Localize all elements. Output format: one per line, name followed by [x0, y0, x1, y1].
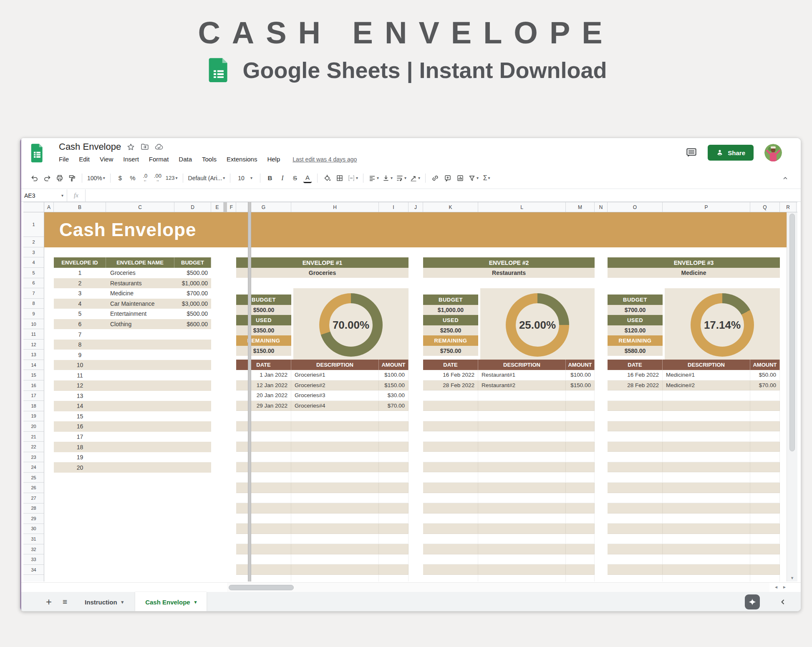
cell-date[interactable] [423, 483, 478, 493]
cell-date[interactable] [608, 431, 663, 441]
cell-amount[interactable] [379, 554, 409, 564]
cell-amount[interactable] [379, 493, 409, 503]
cell-budget[interactable]: $500.00 [174, 268, 211, 278]
cell-date[interactable] [608, 524, 663, 534]
cell-budget[interactable] [174, 340, 211, 350]
cell-name[interactable] [106, 452, 174, 463]
cell-amount[interactable] [379, 534, 409, 544]
cell-description[interactable] [291, 421, 379, 431]
cell-amount[interactable] [566, 401, 595, 411]
cell-id[interactable]: 2 [54, 278, 106, 289]
cell-date[interactable] [236, 462, 291, 472]
cell-amount[interactable] [379, 421, 409, 431]
row-header-5[interactable]: 5 [23, 268, 44, 278]
text-color-icon[interactable]: A [303, 173, 312, 183]
scroll-left-arrow-icon[interactable]: ◂ [775, 584, 777, 590]
cell-date[interactable] [423, 503, 478, 513]
cell-description[interactable] [478, 575, 566, 582]
column-header-P[interactable]: P [663, 202, 750, 212]
cell-description[interactable] [478, 524, 566, 534]
menu-file[interactable]: File [59, 156, 69, 163]
cell-amount[interactable] [750, 534, 780, 544]
envelope-panel-name[interactable]: Medicine [608, 268, 780, 278]
row-header-12[interactable]: 12 [23, 340, 44, 350]
cell-budget[interactable] [174, 401, 211, 411]
cell-date[interactable]: 29 Jan 2022 [236, 401, 291, 411]
cell-amount[interactable]: $150.00 [566, 380, 595, 390]
cell-amount[interactable]: $30.00 [379, 390, 409, 400]
cell-date[interactable]: 12 Jan 2022 [236, 380, 291, 390]
cell-budget[interactable]: $3,000.00 [174, 299, 211, 309]
cell-amount[interactable] [750, 421, 780, 431]
row-header-23[interactable]: 23 [23, 452, 44, 463]
cell-name[interactable] [106, 370, 174, 380]
cell-description[interactable] [291, 411, 379, 421]
cell-name[interactable] [106, 411, 174, 422]
fill-color-icon[interactable] [321, 172, 333, 184]
last-edit-status[interactable]: Last edit was 4 days ago [293, 156, 357, 163]
cell-date[interactable] [423, 554, 478, 564]
cell-amount[interactable] [750, 554, 780, 564]
cell-date[interactable] [236, 524, 291, 534]
cell-amount[interactable] [566, 524, 595, 534]
cell-amount[interactable] [750, 411, 780, 421]
menu-insert[interactable]: Insert [123, 156, 139, 163]
row-header-33[interactable]: 33 [23, 554, 44, 565]
remaining-value[interactable]: $580.00 [608, 346, 663, 356]
column-header-E[interactable]: E [211, 202, 224, 212]
decrease-decimal-icon[interactable]: .0← [139, 172, 151, 184]
cell-amount[interactable]: $100.00 [566, 370, 595, 380]
cell-amount[interactable] [379, 524, 409, 534]
cell-description[interactable] [291, 452, 379, 462]
font-dropdown[interactable]: Default (Ari...▾ [187, 172, 227, 184]
cell-name[interactable] [106, 401, 174, 411]
vertical-scrollbar[interactable]: ▾ [787, 212, 797, 582]
cell-amount[interactable] [750, 503, 780, 513]
cell-date[interactable] [608, 554, 663, 564]
cell-description[interactable] [663, 483, 750, 493]
cell-description[interactable] [663, 514, 750, 524]
cell-date[interactable]: 20 Jan 2022 [236, 390, 291, 400]
cell-date[interactable] [423, 472, 478, 482]
cell-description[interactable]: Restaurant#2 [478, 380, 566, 390]
cell-description[interactable] [478, 452, 566, 462]
cell-description[interactable]: Medicine#2 [663, 380, 750, 390]
cell-id[interactable]: 20 [54, 462, 106, 473]
format-currency-icon[interactable]: $ [114, 172, 126, 184]
row-header-32[interactable]: 32 [23, 544, 44, 555]
column-header-C[interactable]: C [106, 202, 174, 212]
bold-icon[interactable]: B [264, 172, 276, 184]
cell-amount[interactable] [566, 442, 595, 452]
cell-name[interactable]: Groceries [106, 268, 174, 278]
cell-name[interactable]: Car Maintenance [106, 299, 174, 309]
cell-description[interactable] [663, 452, 750, 462]
cell-amount[interactable] [566, 575, 595, 582]
cell-date[interactable] [423, 544, 478, 554]
cell-description[interactable] [478, 390, 566, 400]
freeze-pane-divider[interactable] [248, 202, 251, 582]
cell-description[interactable]: Groceries#4 [291, 401, 379, 411]
column-header-I[interactable]: I [379, 202, 409, 212]
column-header-Q[interactable]: Q [750, 202, 780, 212]
cell-budget[interactable]: $1,000.00 [174, 278, 211, 289]
cell-description[interactable] [291, 534, 379, 544]
cell-description[interactable] [663, 401, 750, 411]
tab-cash-envelope[interactable]: Cash Envelope▾ [135, 592, 207, 612]
cell-budget[interactable] [174, 432, 211, 442]
column-header-J[interactable]: J [409, 202, 423, 212]
cell-date[interactable] [608, 503, 663, 513]
menu-data[interactable]: Data [179, 156, 192, 163]
menu-view[interactable]: View [100, 156, 113, 163]
cell-description[interactable] [478, 472, 566, 482]
cell-id[interactable]: 17 [54, 432, 106, 442]
explore-button[interactable] [745, 594, 760, 609]
zoom-dropdown[interactable]: 100%▾ [86, 172, 107, 184]
cell-amount[interactable] [566, 452, 595, 462]
cell-amount[interactable] [750, 575, 780, 582]
cell-amount[interactable] [750, 514, 780, 524]
redo-icon[interactable] [41, 172, 53, 184]
row-header-25[interactable]: 25 [23, 473, 44, 483]
move-folder-icon[interactable] [141, 143, 149, 151]
column-header-G[interactable]: G [236, 202, 291, 212]
used-value[interactable]: $120.00 [608, 325, 663, 336]
